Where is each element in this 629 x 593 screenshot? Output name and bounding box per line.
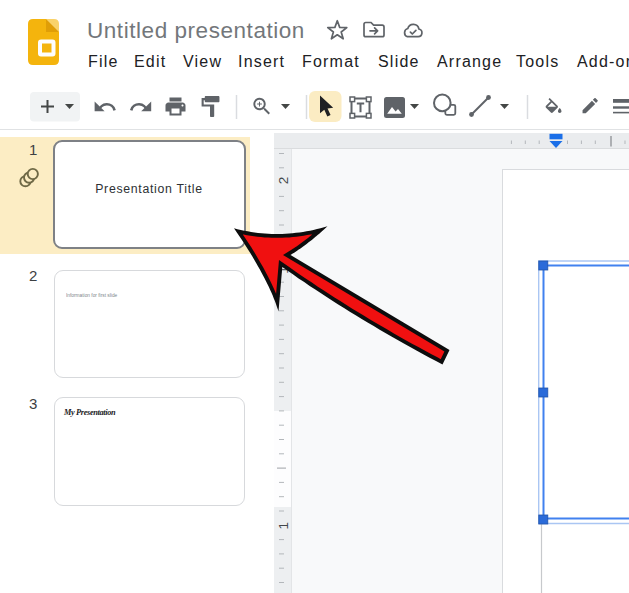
svg-text:2: 2 bbox=[276, 177, 291, 185]
svg-text:1: 1 bbox=[276, 522, 291, 530]
